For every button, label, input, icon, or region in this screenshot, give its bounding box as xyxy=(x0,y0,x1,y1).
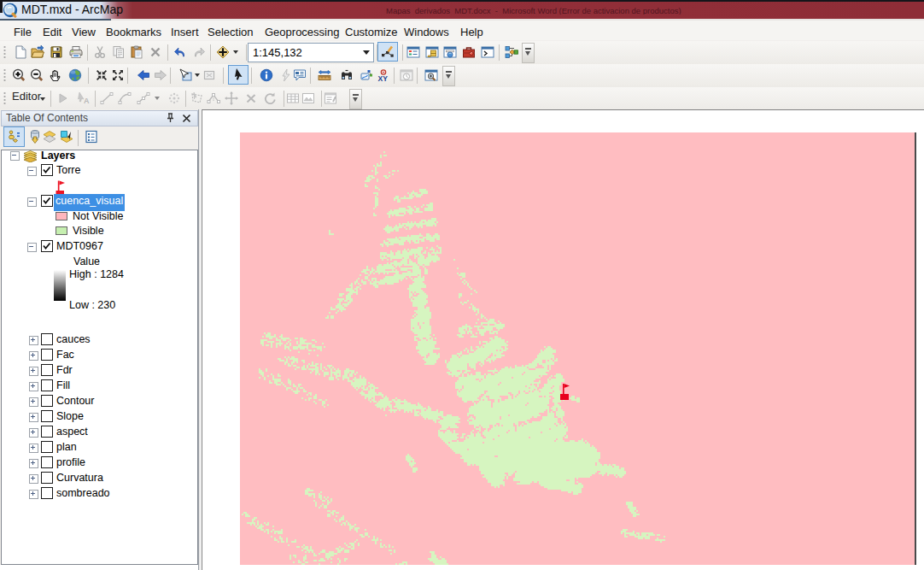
svg-text:XY: XY xyxy=(378,74,389,82)
svg-text:A: A xyxy=(84,97,90,105)
